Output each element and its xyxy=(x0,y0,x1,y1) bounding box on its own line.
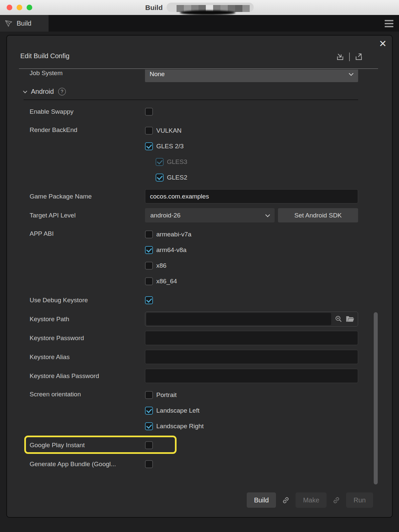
menu-icon[interactable] xyxy=(385,20,393,27)
checkbox[interactable] xyxy=(145,391,153,399)
locate-file-icon[interactable] xyxy=(334,315,343,323)
zoom-window-button[interactable] xyxy=(27,5,32,10)
render-backend-option: GLES2 xyxy=(156,170,358,185)
field-keystore-path: Keystore Path xyxy=(30,310,358,329)
field-generate-app-bundle: Generate App Bundle (Googl... xyxy=(30,455,358,473)
header-divider xyxy=(19,68,378,69)
render-backend-options: VULKAN GLES 2/3 GLES3 GLES2 xyxy=(145,123,358,185)
render-backend-label: Render BackEnd xyxy=(30,123,145,134)
target-api-level-value: android-26 xyxy=(150,212,181,219)
window-titlebar: Build xyxy=(0,0,399,15)
checkbox[interactable] xyxy=(145,262,153,270)
import-config-icon[interactable] xyxy=(335,52,345,62)
keystore-password-input[interactable] xyxy=(145,331,358,345)
field-keystore-alias: Keystore Alias xyxy=(30,347,358,366)
checkbox[interactable] xyxy=(156,158,164,166)
checkbox[interactable] xyxy=(156,174,164,182)
run-button[interactable]: Run xyxy=(346,492,373,508)
minimize-window-button[interactable] xyxy=(17,5,22,10)
checkbox-label: GLES 2/3 xyxy=(156,143,184,150)
header-separator xyxy=(349,53,350,61)
traffic-lights xyxy=(7,5,32,10)
job-system-select[interactable]: None xyxy=(145,69,358,82)
checkbox[interactable] xyxy=(145,127,153,135)
screen-orientation-option: Portrait xyxy=(145,387,358,403)
app-abi-label: APP ABI xyxy=(30,226,145,237)
editor-tabbar: Build xyxy=(0,15,399,32)
target-api-level-select[interactable]: android-26 xyxy=(145,208,275,222)
app-abi-option: x86 xyxy=(145,258,358,273)
keystore-alias-password-label: Keystore Alias Password xyxy=(30,372,145,380)
make-button[interactable]: Make xyxy=(296,492,327,508)
build-button[interactable]: Build xyxy=(247,492,276,508)
render-backend-option: GLES 2/3 xyxy=(145,138,358,154)
checkbox-label: armeabi-v7a xyxy=(156,231,192,238)
field-screen-orientation: Screen orientation Portrait Landscape Le… xyxy=(30,387,358,434)
keystore-alias-input[interactable] xyxy=(145,350,358,364)
collapse-chevron-icon[interactable] xyxy=(23,89,27,93)
close-dialog-icon[interactable]: ✕ xyxy=(379,38,387,49)
field-keystore-password: Keystore Password xyxy=(30,329,358,347)
tab-build[interactable]: Build xyxy=(0,15,49,32)
field-enable-swappy: Enable Swappy xyxy=(30,102,358,121)
game-package-name-input[interactable] xyxy=(145,189,358,203)
google-play-instant-label: Google Play Instant xyxy=(30,442,145,449)
field-render-backend: Render BackEnd VULKAN GLES 2/3 xyxy=(30,123,358,185)
android-section-title: Android xyxy=(31,88,54,95)
export-config-icon[interactable] xyxy=(354,52,363,62)
chevron-down-icon xyxy=(265,212,270,217)
dialog-header: Edit Build Config ✕ xyxy=(7,36,392,69)
dialog-title: Edit Build Config xyxy=(20,52,69,60)
field-use-debug-keystore: Use Debug Keystore xyxy=(30,291,358,310)
checkbox-label: Landscape Left xyxy=(156,407,200,414)
checkbox[interactable] xyxy=(145,142,153,150)
section-android[interactable]: Android ? xyxy=(24,83,358,99)
screen-orientation-label: Screen orientation xyxy=(30,387,145,398)
use-debug-keystore-checkbox[interactable] xyxy=(145,296,153,304)
app-abi-option: armeabi-v7a xyxy=(145,226,358,242)
keystore-path-input[interactable] xyxy=(146,313,331,325)
window-body: Edit Build Config ✕ Job System None xyxy=(0,32,399,532)
checkbox-label: GLES2 xyxy=(167,174,187,181)
close-window-button[interactable] xyxy=(7,5,12,10)
enable-swappy-checkbox[interactable] xyxy=(145,108,153,116)
game-package-name-label: Game Package Name xyxy=(30,193,145,200)
google-play-instant-checkbox[interactable] xyxy=(145,441,153,449)
use-debug-keystore-label: Use Debug Keystore xyxy=(30,297,145,304)
edit-build-config-dialog: Edit Build Config ✕ Job System None xyxy=(6,35,393,518)
generate-app-bundle-checkbox[interactable] xyxy=(145,460,153,468)
window-title: Build xyxy=(145,4,163,12)
checkbox[interactable] xyxy=(145,277,153,285)
checkbox-label: arm64-v8a xyxy=(156,246,187,254)
link-build-make-icon[interactable] xyxy=(281,496,290,505)
field-app-abi: APP ABI armeabi-v7a arm64-v8a xyxy=(30,226,358,289)
keystore-alias-password-input[interactable] xyxy=(145,369,358,383)
checkbox[interactable] xyxy=(145,246,153,254)
field-target-api-level: Target API Level android-26 Set Android … xyxy=(30,206,358,225)
paper-plane-icon xyxy=(4,19,13,28)
field-game-package-name: Game Package Name xyxy=(30,187,358,206)
checkbox-label: Portrait xyxy=(156,391,177,399)
checkbox-label: VULKAN xyxy=(156,127,182,134)
section-divider xyxy=(24,99,358,100)
checkbox[interactable] xyxy=(145,422,153,430)
job-system-label: Job System xyxy=(30,69,145,77)
build-options-scroll-area: Job System None Android ? Enable Swappy xyxy=(7,69,392,473)
render-backend-option: GLES3 xyxy=(156,154,358,170)
field-keystore-alias-password: Keystore Alias Password xyxy=(30,366,358,385)
app-abi-option: x86_64 xyxy=(145,273,358,289)
tab-build-label: Build xyxy=(17,20,31,27)
checkbox[interactable] xyxy=(145,407,153,415)
checkbox[interactable] xyxy=(145,230,153,238)
link-make-run-icon[interactable] xyxy=(332,496,341,505)
checkbox-label: x86_64 xyxy=(156,278,177,285)
job-system-value: None xyxy=(150,70,165,78)
help-icon[interactable]: ? xyxy=(58,88,66,95)
open-folder-icon[interactable] xyxy=(345,315,354,323)
set-android-sdk-button[interactable]: Set Android SDK xyxy=(278,208,358,222)
target-api-level-label: Target API Level xyxy=(30,212,145,219)
dialog-footer: Build Make Run xyxy=(247,492,373,508)
scrollbar-thumb[interactable] xyxy=(374,312,378,484)
screen-orientation-option: Landscape Right xyxy=(145,418,358,434)
checkbox-label: GLES3 xyxy=(167,158,187,166)
